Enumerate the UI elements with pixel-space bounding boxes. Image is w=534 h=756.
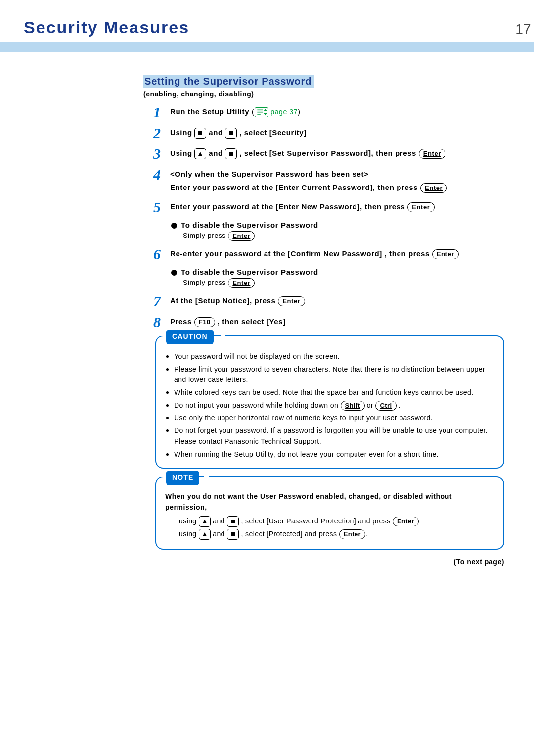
- step-text: , select [Set Supervisor Password], then…: [239, 149, 418, 157]
- enter-key-icon: Enter: [228, 278, 255, 288]
- up-arrow-key-icon: [199, 516, 211, 527]
- step-7: 7 At the [Setup Notice], press Enter: [153, 294, 504, 309]
- step-8: 8 Press F10 , then select [Yes]: [153, 315, 504, 330]
- enter-key-icon: Enter: [393, 517, 419, 526]
- step-text: Using: [170, 149, 194, 157]
- note-line: using and , select [User Password Protec…: [179, 516, 494, 527]
- svg-marker-8: [203, 520, 207, 523]
- down-arrow-key-icon: [227, 516, 239, 527]
- svg-rect-11: [231, 532, 235, 536]
- step-number: 1: [153, 105, 165, 120]
- up-arrow-key-icon: [199, 529, 211, 540]
- sub-bullet: To disable the Supervisor Password: [171, 221, 504, 229]
- reference-icon: [255, 107, 268, 117]
- up-arrow-key-icon: [194, 148, 206, 159]
- left-arrow-key-icon: [194, 128, 206, 139]
- down-arrow-key-icon: [225, 148, 237, 159]
- step-text: and: [209, 128, 225, 137]
- caution-item: Your password will not be displayed on t…: [174, 350, 494, 362]
- content-area: Setting the Supervisor Password (enablin…: [143, 75, 504, 566]
- paren: ): [298, 107, 301, 116]
- caution-box: CAUTION Your password will not be displa…: [155, 335, 504, 469]
- sub-text: Simply press Enter: [183, 231, 504, 241]
- down-arrow-key-icon: [227, 529, 239, 540]
- caution-item: Use only the upper horizontal row of num…: [174, 412, 494, 424]
- svg-rect-7: [229, 152, 233, 156]
- sub-text: Simply press Enter: [183, 278, 504, 288]
- step-3: 3 Using and , select [Set Supervisor Pas…: [153, 146, 504, 161]
- note-label: NOTE: [166, 471, 199, 485]
- caution-item: When running the Setup Utility, do not l…: [174, 448, 494, 460]
- svg-rect-9: [231, 520, 235, 523]
- svg-marker-10: [203, 532, 207, 536]
- bullet-icon: [171, 223, 177, 229]
- step-text: Enter your password at the [Enter Curren…: [170, 183, 420, 191]
- step-text: and: [209, 149, 225, 157]
- caution-item: Do not input your password while holding…: [174, 399, 494, 411]
- paren: (: [252, 107, 255, 116]
- caution-item: Please limit your password to seven char…: [174, 363, 494, 385]
- sub-bullet-text: To disable the Supervisor Password: [181, 221, 318, 229]
- enter-key-icon: Enter: [419, 149, 445, 159]
- note-line: using and , select [Protected] and press…: [179, 529, 494, 540]
- step-text: Run the Setup Utility: [170, 107, 249, 116]
- note-heading: When you do not want the User Password e…: [165, 491, 494, 513]
- step-number: 8: [153, 315, 165, 330]
- step-text: <Only when the Supervisor Password has b…: [170, 167, 504, 181]
- step-number: 2: [153, 126, 165, 141]
- step-text: Using: [170, 128, 194, 137]
- svg-rect-5: [229, 131, 233, 135]
- caution-label: CAUTION: [166, 330, 214, 344]
- page-number: 17: [515, 21, 531, 37]
- step-number: 6: [153, 247, 165, 262]
- step-text: Re-enter your password at the [Confirm N…: [170, 249, 432, 258]
- step-1: 1 Run the Setup Utility ( page 37): [153, 105, 504, 120]
- step-text: Press: [170, 317, 194, 326]
- enter-key-icon: Enter: [228, 231, 255, 241]
- enter-key-icon: Enter: [339, 529, 365, 539]
- to-next-page: (To next page): [143, 558, 504, 566]
- ctrl-key-icon: Ctrl: [375, 401, 396, 411]
- svg-marker-6: [198, 152, 202, 156]
- enter-key-icon: Enter: [420, 183, 447, 193]
- right-arrow-key-icon: [225, 128, 237, 139]
- step-number: 4: [153, 167, 165, 182]
- note-box: NOTE When you do not want the User Passw…: [155, 476, 504, 550]
- section-subheading: (enabling, changing, disabling): [143, 90, 504, 98]
- step-2: 2 Using and , select [Security]: [153, 126, 504, 141]
- step-number: 7: [153, 294, 165, 309]
- step-text: , select [Security]: [239, 128, 307, 137]
- enter-key-icon: Enter: [432, 249, 459, 259]
- sub-bullet-text: To disable the Supervisor Password: [181, 268, 318, 276]
- title-underline: [0, 42, 534, 52]
- step-number: 5: [153, 200, 165, 215]
- caution-item: White colored keys can be used. Note tha…: [174, 386, 494, 398]
- section-heading: Setting the Supervisor Password: [143, 75, 314, 88]
- reference-link[interactable]: page 37: [270, 108, 298, 116]
- sub-bullet: To disable the Supervisor Password: [171, 268, 504, 276]
- step-number: 3: [153, 146, 165, 161]
- enter-key-icon: Enter: [278, 296, 305, 306]
- step-text: At the [Setup Notice], press: [170, 296, 278, 305]
- page-title: Security Measures: [24, 18, 189, 37]
- enter-key-icon: Enter: [407, 202, 434, 212]
- step-text: , then select [Yes]: [218, 317, 286, 326]
- bullet-icon: [171, 270, 177, 276]
- step-text: Enter your password at the [Enter New Pa…: [170, 202, 407, 211]
- step-6: 6 Re-enter your password at the [Confirm…: [153, 247, 504, 262]
- step-4: 4 <Only when the Supervisor Password has…: [153, 167, 504, 194]
- caution-item: Do not forget your password. If a passwo…: [174, 425, 494, 447]
- svg-rect-4: [198, 131, 202, 135]
- step-5: 5 Enter your password at the [Enter New …: [153, 200, 504, 215]
- shift-key-icon: Shift: [341, 401, 365, 411]
- f10-key-icon: F10: [194, 317, 215, 327]
